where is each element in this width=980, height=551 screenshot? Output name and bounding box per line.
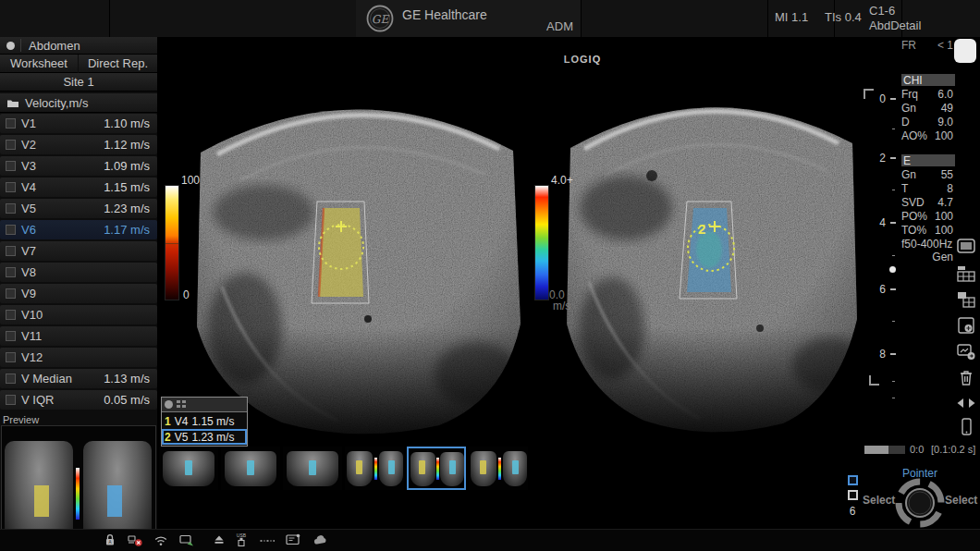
measurement-list: V1 1.10 m/s V2 1.12 m/s V3 1.09 m/s V4 1… — [0, 114, 157, 411]
image-display-area[interactable]: LOGIQ — [157, 37, 864, 444]
topbar-divider — [767, 0, 768, 37]
row-checkbox[interactable] — [6, 373, 16, 384]
clipboard-thumbnail-1[interactable] — [159, 447, 218, 490]
row-checkbox[interactable] — [6, 140, 16, 150]
left-ultrasound-image[interactable] — [190, 51, 522, 435]
right-roi-number: 2 — [698, 221, 705, 237]
row-checkbox[interactable] — [6, 288, 16, 299]
monitor-icon[interactable] — [955, 237, 977, 257]
cine-progress-bar[interactable] — [864, 446, 905, 454]
row-checkbox[interactable] — [6, 203, 16, 214]
result-window-move-icon — [177, 400, 186, 409]
screen-info-icon[interactable] — [285, 533, 301, 548]
probe-name[interactable]: C1-6 — [869, 4, 895, 18]
left-select-label: Select — [863, 494, 892, 507]
lock-icon[interactable]: A — [102, 533, 118, 548]
row-checkbox[interactable] — [6, 246, 16, 256]
result-row-2-selected[interactable]: 2 V5 1.23 m/s — [162, 429, 247, 445]
measurement-row-v6-selected[interactable]: V6 1.17 m/s — [0, 220, 157, 239]
network-offline-icon[interactable] — [127, 533, 143, 548]
result-row-1[interactable]: 1 V4 1.15 m/s — [162, 413, 247, 429]
measurement-row-v7[interactable]: V7 — [0, 241, 157, 261]
result-window[interactable]: 1 V4 1.15 m/s 2 V5 1.23 m/s — [161, 397, 248, 447]
clipboard-thumbnail-2[interactable] — [221, 447, 280, 490]
measurement-row-v1[interactable]: V1 1.10 m/s — [0, 114, 157, 133]
measurement-row-v8[interactable]: V8 — [0, 263, 157, 282]
row-checkbox[interactable] — [6, 118, 16, 129]
folder-icon — [6, 98, 19, 108]
measurement-row-v11[interactable]: V11 — [0, 326, 157, 346]
svg-text:GE: GE — [372, 13, 390, 26]
dash-dot-indicator-icon — [259, 533, 276, 548]
clipboard-thumbnail-5-selected[interactable] — [407, 447, 466, 490]
save-image-icon[interactable] — [955, 315, 977, 336]
measurement-row-v4[interactable]: V4 1.15 m/s — [0, 178, 157, 197]
right-select-label: Select — [945, 494, 977, 507]
preset-name[interactable]: AbdDetail — [869, 18, 921, 32]
depth-ruler: 0 2 4 6 8 — [873, 92, 902, 407]
divider — [20, 39, 21, 52]
velocity-colorbar-max: 4.0+ — [551, 174, 573, 187]
velocity-colorbar-unit: m/s — [553, 300, 570, 312]
mi-value: MI 1.1 — [775, 10, 808, 24]
quality-colorbar-max: 100 — [181, 174, 200, 187]
preview-roi-blue — [107, 485, 122, 517]
export-image-icon[interactable] — [955, 341, 977, 361]
display-export-icon[interactable] — [178, 533, 195, 548]
ultrasound-screen: GE GE Healthcare ADM MI 1.1 TIs 0.4 C1-6… — [0, 0, 980, 551]
measurement-panel: Abdomen Worksheet Direct Rep. Site 1 Vel… — [0, 37, 157, 551]
svg-text:USB: USB — [237, 533, 247, 538]
compare-layout-icon[interactable] — [955, 289, 977, 310]
row-checkbox[interactable] — [6, 161, 16, 171]
mobile-device-icon[interactable] — [955, 417, 977, 437]
page-checkbox[interactable] — [848, 490, 858, 500]
site-button[interactable]: Site 1 — [0, 73, 157, 92]
result-window-header[interactable] — [162, 398, 247, 412]
bmode-header: CHI — [901, 74, 955, 86]
measurement-row-v5[interactable]: V5 1.23 m/s — [0, 199, 157, 218]
archive-grid-icon[interactable] — [955, 263, 977, 284]
topbar-divider — [109, 0, 110, 37]
softkey-button[interactable] — [954, 39, 976, 63]
ruler-label-2: 2 — [873, 152, 886, 165]
row-checkbox[interactable] — [6, 331, 16, 341]
wifi-icon[interactable] — [153, 533, 169, 548]
exam-category-row[interactable]: Abdomen — [0, 37, 157, 55]
quality-colorbar-min: 0 — [183, 288, 190, 301]
result-window-handle-icon[interactable] — [165, 400, 173, 409]
page-number: 6 — [845, 505, 860, 518]
direct-report-button[interactable]: Direct Rep. — [79, 55, 157, 73]
row-checkbox[interactable] — [6, 225, 16, 235]
delete-trash-icon[interactable] — [955, 367, 977, 387]
row-checkbox[interactable] — [6, 267, 16, 277]
measurement-row-v10[interactable]: V10 — [0, 305, 157, 324]
right-ultrasound-image[interactable]: 2 — [561, 51, 860, 435]
measurement-row-vmedian[interactable]: V Median 1.13 m/s — [0, 369, 157, 388]
measurement-group-row[interactable]: Velocity,m/s — [0, 93, 157, 113]
measurement-row-viqr[interactable]: V IQR 0.05 m/s — [0, 390, 157, 410]
clipboard-thumbnail-4[interactable] — [345, 447, 404, 490]
topbar-divider — [581, 0, 582, 37]
row-checkbox[interactable] — [6, 352, 16, 362]
row-checkbox[interactable] — [6, 395, 16, 405]
measurement-row-v2[interactable]: V2 1.12 m/s — [0, 135, 157, 154]
clipboard-thumbnail-3[interactable] — [283, 447, 342, 490]
eject-icon[interactable] — [211, 533, 227, 548]
worksheet-button[interactable]: Worksheet — [0, 55, 78, 73]
tis-value: TIs 0.4 — [825, 10, 862, 24]
row-checkbox[interactable] — [6, 182, 16, 192]
cloud-icon[interactable] — [312, 533, 329, 548]
clipboard-thumbnail-6[interactable] — [469, 447, 528, 490]
focus-marker[interactable] — [889, 266, 896, 273]
row-checkbox[interactable] — [6, 310, 16, 320]
prev-next-arrows-icon[interactable] — [955, 393, 977, 413]
cine-time: 0:0 — [910, 444, 924, 455]
usb-icon[interactable]: USB — [233, 533, 250, 548]
exam-category-label: Abdomen — [29, 39, 80, 53]
measurement-row-v12[interactable]: V12 — [0, 348, 157, 367]
page-checkbox-active[interactable] — [848, 475, 858, 485]
exam-bullet-icon — [6, 42, 15, 50]
measurement-row-v9[interactable]: V9 — [0, 284, 157, 303]
preview-roi-yellow — [34, 485, 49, 517]
measurement-row-v3[interactable]: V3 1.09 m/s — [0, 156, 157, 176]
